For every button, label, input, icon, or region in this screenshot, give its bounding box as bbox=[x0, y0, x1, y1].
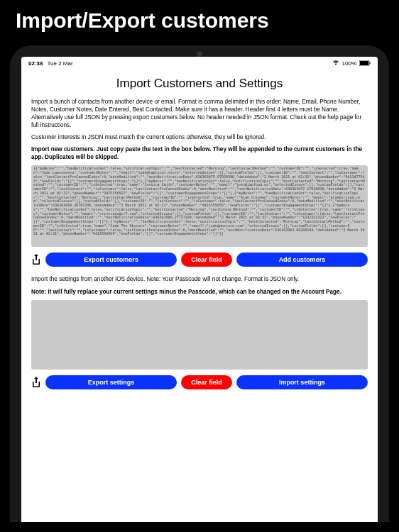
svg-rect-2 bbox=[370, 62, 371, 65]
share-icon[interactable] bbox=[31, 376, 41, 389]
add-customers-button[interactable]: Add customers bbox=[236, 253, 368, 267]
wifi-icon bbox=[332, 60, 339, 67]
customers-intro-para-3: Import new customers. Just copy paste th… bbox=[31, 145, 368, 161]
battery-icon bbox=[359, 60, 371, 66]
import-settings-button[interactable]: Import settings bbox=[236, 375, 368, 389]
status-bar: 02:38 Tue 2 Mar 100% bbox=[21, 57, 378, 68]
settings-intro-para-2: Note: it will fully replace your current… bbox=[31, 288, 368, 296]
status-time: 02:38 bbox=[28, 60, 43, 67]
device-screen: 02:38 Tue 2 Mar 100% Import Customers an… bbox=[21, 57, 378, 522]
customers-json-textbox[interactable]: [{"myNotes":"","hasNotificationSet":fals… bbox=[31, 165, 368, 247]
customers-intro-para-2: Customer interests in JSON must match th… bbox=[31, 133, 368, 141]
customers-action-row: Export customers Clear field Add custome… bbox=[31, 253, 368, 267]
device-camera bbox=[197, 51, 202, 57]
customers-intro-para-1: Import a bunch of contacts from another … bbox=[31, 98, 368, 129]
tablet-device-frame: 02:38 Tue 2 Mar 100% Import Customers an… bbox=[10, 45, 389, 522]
export-customers-button[interactable]: Export customers bbox=[45, 253, 177, 267]
svg-rect-1 bbox=[360, 61, 368, 65]
settings-json-textbox[interactable] bbox=[31, 300, 368, 370]
status-date: Tue 2 Mar bbox=[47, 60, 72, 67]
share-icon[interactable] bbox=[31, 253, 41, 266]
battery-percent: 100% bbox=[342, 60, 356, 67]
page-title: Import Customers and Settings bbox=[31, 77, 368, 91]
clear-settings-button[interactable]: Clear field bbox=[181, 375, 232, 389]
page-header-title: Import/Export customers bbox=[0, 0, 399, 45]
settings-action-row: Export settings Clear field Import setti… bbox=[31, 375, 368, 389]
settings-intro-para-1: Import the settings from another iOS dev… bbox=[31, 275, 368, 283]
clear-customers-button[interactable]: Clear field bbox=[181, 253, 232, 267]
content-area: Import Customers and Settings Import a b… bbox=[21, 68, 378, 522]
export-settings-button[interactable]: Export settings bbox=[45, 375, 177, 389]
